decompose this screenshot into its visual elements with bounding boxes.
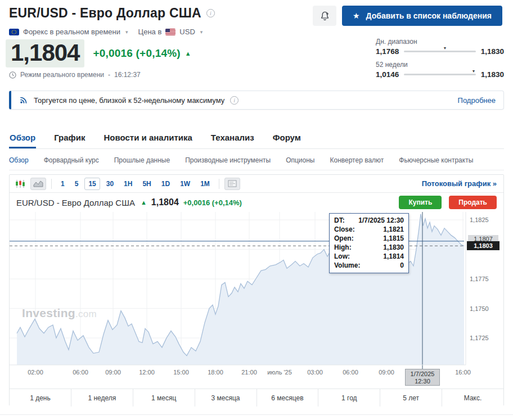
interval-1h[interactable]: 1H: [120, 178, 136, 190]
week52-low: 1,0146: [376, 70, 399, 79]
week52-range-bar: ▼: [404, 74, 475, 75]
chart-instrument-title: EUR/USD - Евро Доллар США: [16, 198, 135, 207]
x-axis-label: 16:00: [455, 369, 471, 376]
us-flag-icon: [165, 29, 176, 35]
up-triangle-icon: ▲: [141, 199, 147, 206]
subtab-форвардный-курс[interactable]: Форвардный курс: [44, 151, 99, 170]
market-type-selector[interactable]: Форекс в реальном времени ▾: [9, 28, 128, 36]
tooltip-label: Open:: [334, 234, 354, 243]
alert-banner: Торгуется по цене, близкой к 52-недельно…: [9, 91, 504, 110]
chart-card: 1515301H5H1D1W1M Потоковый график » EUR/…: [9, 174, 504, 406]
chart-tooltip: DT:1/7/2025 12:30Close:1,1821Open:1,1815…: [329, 213, 409, 273]
interval-1[interactable]: 1: [57, 178, 69, 190]
sub-tabs: ОбзорФорвардный курсПрошлые данныеПроизв…: [9, 151, 504, 170]
chart-plot-area[interactable]: 02:0006:0009:0012:0015:0018:0021:00июль …: [10, 212, 503, 389]
interval-15[interactable]: 15: [84, 178, 100, 190]
eu-flag-icon: [9, 29, 19, 35]
tooltip-value: 1,1815: [383, 234, 404, 243]
period-3-месяца[interactable]: 3 месяца: [195, 389, 257, 407]
current-price-badge: 1,1803: [467, 241, 500, 250]
interval-1w[interactable]: 1W: [176, 178, 194, 190]
chart-toolbar: 1515301H5H1D1W1M Потоковый график »: [10, 175, 503, 193]
x-axis-label: 12:00: [139, 369, 155, 376]
toolbar-divider: [51, 179, 52, 189]
sell-button[interactable]: Продать: [449, 196, 497, 209]
tooltip-value: 1,1814: [383, 252, 404, 261]
tab-новости-и-аналитика[interactable]: Новости и аналитика: [103, 129, 192, 148]
alert-banner-text: Торгуется по цене, близкой к 52-недельно…: [34, 96, 224, 105]
period-selector: 1 день1 неделя1 месяц3 месяца6 месяцев1 …: [10, 389, 503, 407]
streaming-chart-link[interactable]: Потоковый график »: [422, 179, 497, 188]
period-1-месяц[interactable]: 1 месяц: [133, 389, 195, 407]
week52-range-label: 52 недели: [376, 61, 504, 69]
tooltip-label: Volume:: [334, 261, 360, 270]
tooltip-label: High:: [334, 243, 352, 252]
price-change: +0,0016 (+0,14%) ▲: [93, 47, 191, 60]
y-axis-label: 1,1825: [470, 216, 489, 223]
period-макс-[interactable]: Макс.: [442, 389, 503, 407]
tab-график[interactable]: График: [53, 129, 86, 148]
area-chart-icon: [33, 180, 43, 187]
subtab-фьючерсные-контракты[interactable]: Фьючерсные контракты: [399, 151, 473, 170]
buy-button[interactable]: Купить: [399, 196, 442, 209]
tooltip-label: Close:: [334, 225, 355, 234]
x-axis-label: 21:00: [241, 369, 257, 376]
tooltip-value: 0: [400, 261, 404, 270]
week52-range-row: 1,0146 ▼ 1,1830: [376, 70, 504, 79]
subtab-прошлые-данные[interactable]: Прошлые данные: [114, 151, 170, 170]
week52-high: 1,1830: [481, 70, 504, 79]
crosshair-date-badge: 1/7/2025 12:30: [405, 369, 440, 386]
x-axis-label: 03:00: [307, 369, 323, 376]
x-axis-label: 06:00: [73, 369, 88, 376]
candlestick-chart-button[interactable]: [15, 179, 25, 188]
tooltip-row: Close:1,1821: [334, 225, 404, 234]
interval-30[interactable]: 30: [102, 178, 118, 190]
bell-plus-icon: [320, 11, 330, 21]
chart-settings-button[interactable]: [224, 178, 240, 190]
x-axis-label: 06:00: [343, 369, 358, 376]
last-price: 1,1804: [6, 39, 84, 67]
period-1-день[interactable]: 1 день: [10, 389, 71, 407]
subtab-конвертер-валют[interactable]: Конвертер валют: [330, 151, 384, 170]
subtab-обзор[interactable]: Обзор: [9, 151, 29, 170]
info-icon[interactable]: i: [206, 9, 215, 17]
realtime-row: Режим реального времени - 16:12:37: [9, 71, 141, 79]
subtab-опционы[interactable]: Опционы: [286, 151, 314, 170]
header-actions: ★ Добавить в список наблюдения: [313, 6, 502, 26]
ranges-panel: Дн. диапазон 1,1768 ▼ 1,1830 52 недели 1…: [376, 38, 504, 84]
instrument-meta-row: Форекс в реальном времени ▾ Цена в USD ▾: [9, 28, 202, 36]
subtab-производные-инструменты[interactable]: Производные инструменты: [185, 151, 271, 170]
time-separator: -: [108, 71, 110, 79]
instrument-overview-page: EUR/USD - Евро Доллар США i Форекс в реа…: [0, 0, 513, 420]
period-1-неделя[interactable]: 1 неделя: [71, 389, 133, 407]
currency-label: USD: [179, 28, 195, 36]
signal-icon: [19, 96, 28, 105]
tab-теханализ[interactable]: Теханализ: [210, 129, 255, 148]
tab-обзор[interactable]: Обзор: [9, 129, 36, 148]
interval-5h[interactable]: 5H: [138, 178, 155, 190]
period-6-месяцев[interactable]: 6 месяцев: [257, 389, 319, 407]
watchlist-button-label: Добавить в список наблюдения: [366, 11, 492, 20]
create-alert-button[interactable]: [313, 6, 336, 26]
currency-selector[interactable]: Цена в USD ▾: [138, 28, 203, 36]
add-to-watchlist-button[interactable]: ★ Добавить в список наблюдения: [342, 6, 502, 26]
area-chart-button[interactable]: [30, 178, 46, 190]
tooltip-label: Low:: [334, 252, 350, 261]
price-chart: 02:0006:0009:0012:0015:0018:0021:00июль …: [10, 212, 503, 389]
interval-1m[interactable]: 1M: [196, 178, 214, 190]
x-axis-label: 09:00: [379, 369, 394, 376]
header: EUR/USD - Евро Доллар США i: [9, 6, 215, 21]
info-icon[interactable]: i: [230, 96, 238, 105]
alert-details-link[interactable]: Подробнее: [458, 96, 496, 105]
interval-5[interactable]: 5: [71, 178, 83, 190]
tooltip-value: 1,1830: [383, 243, 404, 252]
day-range-row: 1,1768 ▼ 1,1830: [376, 47, 504, 56]
day-range-label: Дн. диапазон: [376, 38, 504, 46]
chart-change: +0,0016 (+0,14%): [183, 198, 242, 207]
period-5-лет[interactable]: 5 лет: [380, 389, 442, 407]
interval-1d[interactable]: 1D: [158, 178, 174, 190]
tooltip-row: Low:1,1814: [334, 252, 404, 261]
period-1-год[interactable]: 1 год: [318, 389, 380, 407]
x-axis-label: 15:00: [173, 369, 189, 376]
tab-форум[interactable]: Форум: [272, 129, 302, 148]
